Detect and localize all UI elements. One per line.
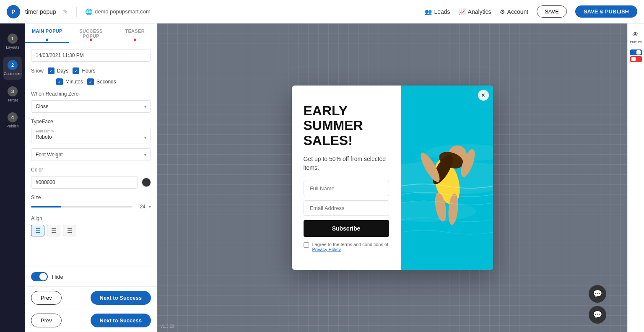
- preview-button[interactable]: 👁 Preview: [628, 29, 643, 46]
- hours-checkbox-group: Hours: [73, 67, 95, 74]
- analytics-nav-item[interactable]: 📈 Analytics: [459, 8, 491, 15]
- topnav: P timer popup ✎ 🌐 demo.popupsmart.com 👥 …: [0, 0, 644, 23]
- color-swatch[interactable]: [142, 178, 151, 187]
- step-label-3: Target: [7, 98, 18, 103]
- step-num-2: 2: [8, 60, 18, 70]
- prev-button-2[interactable]: Prev: [31, 314, 62, 327]
- next-success-button-1[interactable]: Next to Success: [91, 291, 151, 305]
- step-layouts[interactable]: 1 Layouts: [3, 30, 22, 53]
- hide-label: Hide: [52, 274, 63, 280]
- popup-background: [401, 86, 493, 270]
- align-label: Align: [31, 215, 151, 221]
- eye-icon: 👁: [632, 31, 639, 39]
- seconds-checkbox[interactable]: [87, 78, 94, 85]
- color-label: Color: [31, 167, 151, 173]
- toggle-knob-blue: [636, 50, 641, 54]
- font-family-value: Roboto: [36, 134, 54, 140]
- reaching-zero-label: When Reaching Zero: [31, 91, 151, 97]
- tab-dot-main: [46, 39, 48, 41]
- main-layout: 1 Layouts 2 Customize 3 Target 4 Publish…: [0, 23, 644, 332]
- size-value: 24: [135, 204, 145, 210]
- settings-panel: MAIN POPUP SUCCESS POPUP TEASER Show: [25, 23, 157, 332]
- chat-button-1[interactable]: 💬: [589, 285, 606, 303]
- account-nav-item[interactable]: ⚙ Account: [500, 8, 529, 15]
- days-label: Days: [57, 68, 68, 74]
- font-chevron-icon: ▾: [144, 135, 146, 140]
- step-target[interactable]: 3 Target: [3, 83, 22, 106]
- tab-teaser[interactable]: TEASER: [113, 23, 157, 43]
- step-label-4: Publish: [6, 124, 19, 129]
- popup-terms: I agree to the terms and conditions of P…: [304, 242, 389, 252]
- font-weight-select[interactable]: Font Weight ▾: [31, 148, 151, 161]
- color-input[interactable]: [31, 176, 138, 189]
- reaching-zero-select[interactable]: Close ▾: [31, 100, 151, 113]
- edit-icon[interactable]: ✎: [63, 8, 68, 15]
- font-weight-value: Font Weight: [36, 152, 144, 158]
- globe-icon: 🌐: [85, 8, 92, 15]
- preview-toggle-blue[interactable]: [630, 49, 642, 55]
- minutes-checkbox[interactable]: [56, 78, 63, 85]
- url-display: 🌐 demo.popupsmart.com: [85, 8, 151, 15]
- preview-toggle-red[interactable]: [630, 56, 642, 62]
- step-publish[interactable]: 4 Publish: [3, 109, 22, 132]
- app-logo[interactable]: P: [7, 5, 20, 18]
- size-slider[interactable]: [31, 206, 132, 208]
- step-num-4: 4: [8, 112, 18, 122]
- email-input[interactable]: [304, 200, 389, 216]
- show-label: Show: [31, 68, 44, 74]
- font-family-select[interactable]: Font family Roboto ▾: [31, 128, 151, 143]
- canvas: × EARLY SUMMER SALES! Get up to 50% off …: [157, 23, 627, 332]
- chat-buttons: 💬 💬: [589, 285, 606, 324]
- save-publish-button[interactable]: SAVE & PUBLISH: [575, 5, 637, 18]
- hide-toggle[interactable]: [31, 272, 48, 281]
- nav-divider: [76, 7, 77, 17]
- align-left-button[interactable]: ☰: [31, 225, 44, 236]
- step-customize[interactable]: 2 Customize: [3, 57, 22, 80]
- right-sidebar: 👁 Preview: [627, 23, 644, 332]
- leads-nav-item[interactable]: 👥 Leads: [425, 8, 450, 15]
- size-group: Size 24 ▾: [31, 195, 151, 210]
- full-name-input[interactable]: [304, 181, 389, 196]
- hours-checkbox[interactable]: [73, 67, 79, 74]
- typeface-group: TypeFace Font family Roboto ▾ Font Weigh…: [31, 119, 151, 161]
- font-family-sublabel: Font family: [36, 129, 54, 133]
- popup-close-button[interactable]: ×: [478, 90, 489, 101]
- tab-main-popup[interactable]: MAIN POPUP: [25, 23, 69, 43]
- popup-title: EARLY SUMMER SALES!: [304, 104, 389, 148]
- seconds-checkbox-group: Seconds: [87, 78, 116, 85]
- prev-button-1[interactable]: Prev: [31, 291, 62, 305]
- next-success-button-2[interactable]: Next to Success: [91, 314, 151, 327]
- datetime-input[interactable]: [31, 49, 151, 62]
- privacy-policy-link[interactable]: Privacy Policy: [312, 247, 341, 252]
- days-checkbox[interactable]: [48, 67, 55, 74]
- save-button[interactable]: SAVE: [537, 5, 567, 18]
- step-label-2: Customize: [4, 72, 22, 76]
- chat-button-2[interactable]: 💬: [589, 306, 606, 324]
- days-checkbox-group: Days: [48, 67, 68, 74]
- panel-footer: Prev Next to Success Prev Next to Succes…: [25, 286, 157, 332]
- show-row-2: Minutes Seconds: [31, 78, 151, 85]
- hours-label: Hours: [82, 68, 95, 74]
- align-right-button[interactable]: ☰: [63, 225, 76, 236]
- step-label-1: Layouts: [6, 45, 19, 50]
- popup-image: [401, 86, 493, 270]
- color-row: [31, 176, 151, 189]
- toggle-knob-red: [631, 57, 636, 61]
- preview-label: Preview: [630, 40, 641, 44]
- size-label: Size: [31, 195, 151, 200]
- align-group: Align ☰ ☰ ☰: [31, 215, 151, 236]
- toggle-knob: [39, 273, 47, 280]
- tab-dot-success: [90, 39, 92, 41]
- seconds-label: Seconds: [96, 79, 116, 85]
- align-row: ☰ ☰ ☰: [31, 225, 151, 236]
- chevron-down-icon: ▾: [144, 104, 146, 109]
- terms-text: I agree to the terms and conditions of P…: [312, 242, 389, 252]
- align-center-button[interactable]: ☰: [47, 225, 60, 236]
- font-weight-chevron-icon: ▾: [144, 153, 146, 157]
- font-family-text-group: Font family Roboto: [36, 129, 54, 140]
- font-family-inner: Font family Roboto ▾: [36, 129, 146, 140]
- subscribe-button[interactable]: Subscribe: [304, 220, 389, 237]
- terms-checkbox[interactable]: [304, 242, 309, 248]
- tab-success-popup[interactable]: SUCCESS POPUP: [69, 23, 113, 43]
- popup-preview: × EARLY SUMMER SALES! Get up to 50% off …: [292, 86, 493, 270]
